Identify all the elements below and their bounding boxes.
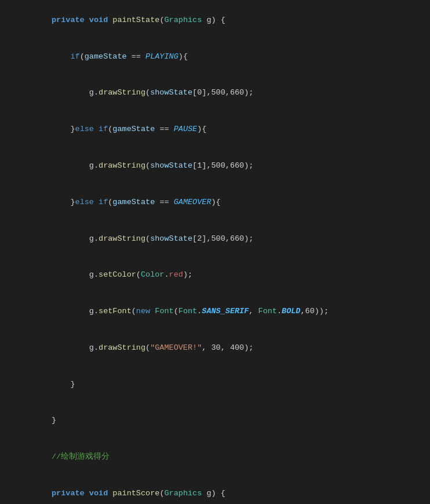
- code-line-8: g.setColor(Color.red);: [0, 257, 430, 293]
- code-container: private void paintState(Graphics g) { if…: [0, 0, 430, 504]
- code-line-10: g.drawString("GAMEOVER!", 30, 400);: [0, 330, 430, 367]
- code-line-9: g.setFont(new Font(Font.SANS_SERIF, Font…: [0, 293, 430, 330]
- code-line-11: }: [0, 367, 430, 403]
- code-line-7: g.drawString(showState[2],500,660);: [0, 221, 430, 258]
- code-line-2: if(gameState == PLAYING){: [0, 39, 430, 75]
- code-line-5: g.drawString(showState[1],500,660);: [0, 148, 430, 184]
- code-line-14: private void paintScore(Graphics g) {: [0, 476, 430, 504]
- code-line-12: }: [0, 403, 430, 439]
- code-line-1: private void paintState(Graphics g) {: [0, 2, 430, 39]
- code-line-6: }else if(gameState == GAMEOVER){: [0, 184, 430, 221]
- code-line-4: }else if(gameState == PAUSE){: [0, 111, 430, 148]
- code-line-13: //绘制游戏得分: [0, 439, 430, 476]
- code-line-3: g.drawString(showState[0],500,660);: [0, 75, 430, 112]
